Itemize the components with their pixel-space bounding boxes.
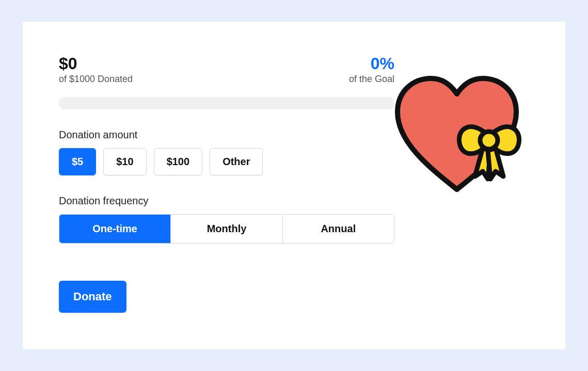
frequency-option-annual[interactable]: Annual (282, 215, 394, 243)
donation-card: $0 of $1000 Donated 0% of the Goal Donat… (23, 22, 565, 349)
amount-option-10[interactable]: $10 (103, 148, 146, 175)
donated-subtext: of $1000 Donated (59, 74, 133, 85)
donated-amount: $0 (59, 55, 133, 73)
stats-row: $0 of $1000 Donated 0% of the Goal (59, 55, 394, 85)
page-background: $0 of $1000 Donated 0% of the Goal Donat… (0, 0, 588, 371)
donation-frequency-label: Donation frequency (59, 195, 394, 207)
amount-option-5[interactable]: $5 (59, 148, 96, 175)
goal-stat: 0% of the Goal (349, 55, 394, 85)
goal-percent: 0% (349, 55, 394, 73)
goal-subtext: of the Goal (349, 74, 394, 85)
amount-option-other[interactable]: Other (210, 148, 263, 175)
donation-frequency-options: One-time Monthly Annual (59, 214, 394, 244)
frequency-option-monthly[interactable]: Monthly (170, 215, 282, 243)
svg-point-0 (480, 132, 498, 149)
donate-button[interactable]: Donate (59, 281, 126, 313)
frequency-option-onetime[interactable]: One-time (59, 215, 170, 243)
donation-form: $0 of $1000 Donated 0% of the Goal Donat… (59, 55, 394, 329)
donated-stat: $0 of $1000 Donated (59, 55, 133, 85)
heart-ribbon-icon (390, 68, 524, 202)
donation-amount-label: Donation amount (59, 129, 394, 141)
progress-bar (59, 97, 394, 109)
amount-option-100[interactable]: $100 (154, 148, 203, 175)
donation-amount-options: $5 $10 $100 Other (59, 148, 394, 175)
